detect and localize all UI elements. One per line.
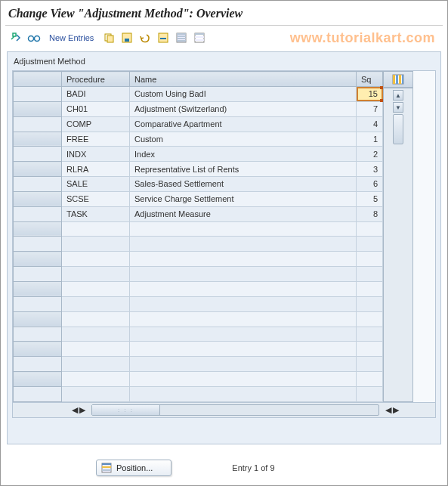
cell-empty[interactable]: [130, 252, 357, 267]
scroll-right-icon[interactable]: ◀: [385, 405, 391, 415]
cell-empty[interactable]: [62, 252, 130, 267]
scroll-down-icon[interactable]: ▼: [393, 102, 403, 113]
table-row-empty[interactable]: [14, 237, 383, 252]
row-selector[interactable]: [14, 237, 62, 252]
cell-empty[interactable]: [130, 357, 357, 372]
hscroll-thumb[interactable]: : : :: [92, 405, 160, 415]
cell-empty[interactable]: [62, 327, 130, 342]
cell-sq[interactable]: 6: [357, 177, 383, 192]
cell-procedure[interactable]: TASK: [62, 206, 130, 221]
cell-empty[interactable]: [62, 372, 130, 387]
glasses-details-icon[interactable]: [26, 30, 42, 45]
cell-name[interactable]: Sales-Based Settlement: [130, 177, 357, 192]
column-header-name[interactable]: Name: [130, 72, 357, 87]
cell-empty[interactable]: [130, 372, 357, 387]
cell-sq[interactable]: 3: [357, 162, 383, 177]
cell-empty[interactable]: [130, 342, 357, 357]
cell-empty[interactable]: [357, 327, 383, 342]
table-row-empty[interactable]: [14, 296, 383, 311]
row-selector[interactable]: [14, 252, 62, 267]
scroll-last-icon[interactable]: ▶: [393, 405, 399, 415]
cell-procedure[interactable]: SALE: [62, 177, 130, 192]
cell-empty[interactable]: [62, 311, 130, 327]
cell-name[interactable]: Adjustment Measure: [130, 206, 357, 221]
cell-empty[interactable]: [130, 281, 357, 296]
cell-empty[interactable]: [62, 357, 130, 372]
table-row-empty[interactable]: [14, 357, 383, 372]
cell-empty[interactable]: [357, 311, 383, 327]
cell-empty[interactable]: [130, 327, 357, 342]
cell-empty[interactable]: [62, 386, 130, 401]
cell-name[interactable]: Adjustment (Switzerland): [130, 101, 357, 116]
cell-sq[interactable]: 7: [357, 101, 383, 116]
table-row-empty[interactable]: [14, 252, 383, 267]
position-button[interactable]: Position...: [96, 460, 171, 476]
row-selector[interactable]: [14, 206, 62, 221]
adjustment-method-table[interactable]: Procedure Name Sq BADICustom Using BadI1…: [13, 71, 383, 402]
row-selector[interactable]: [14, 177, 62, 192]
row-selector[interactable]: [14, 386, 62, 401]
cell-empty[interactable]: [62, 281, 130, 296]
row-selector[interactable]: [14, 267, 62, 282]
cell-name[interactable]: Custom: [130, 132, 357, 147]
cell-procedure[interactable]: FREE: [62, 132, 130, 147]
table-row-empty[interactable]: [14, 267, 383, 282]
delete-icon[interactable]: [156, 30, 171, 45]
table-row-empty[interactable]: [14, 311, 383, 327]
deselect-all-icon[interactable]: [192, 30, 207, 45]
table-row-empty[interactable]: [14, 386, 383, 401]
table-row[interactable]: SCSEService Charge Settlement5: [14, 191, 383, 206]
table-row[interactable]: FREECustom1: [14, 132, 383, 147]
row-selector[interactable]: [14, 191, 62, 206]
row-selector[interactable]: [14, 221, 62, 237]
cell-empty[interactable]: [357, 221, 383, 237]
table-row[interactable]: INDXIndex2: [14, 147, 383, 162]
cell-empty[interactable]: [62, 237, 130, 252]
horizontal-scrollbar[interactable]: ◀ ▶ : : : ◀ ▶: [13, 402, 435, 417]
cell-name[interactable]: Index: [130, 147, 357, 162]
table-row-empty[interactable]: [14, 327, 383, 342]
cell-empty[interactable]: [130, 267, 357, 282]
cell-empty[interactable]: [357, 252, 383, 267]
table-row[interactable]: TASKAdjustment Measure8: [14, 206, 383, 221]
column-header-sq[interactable]: Sq: [357, 72, 383, 87]
cell-sq[interactable]: 4: [357, 116, 383, 132]
table-row[interactable]: COMPComparative Apartment4: [14, 116, 383, 132]
cell-procedure[interactable]: SCSE: [62, 191, 130, 206]
row-selector[interactable]: [14, 311, 62, 327]
save-variant-icon[interactable]: [119, 30, 134, 45]
cell-empty[interactable]: [62, 342, 130, 357]
row-selector[interactable]: [14, 132, 62, 147]
row-selector[interactable]: [14, 101, 62, 116]
table-row[interactable]: RLRARepresentative List of Rents3: [14, 162, 383, 177]
scroll-first-icon[interactable]: ◀: [72, 405, 78, 415]
cell-empty[interactable]: [357, 281, 383, 296]
row-selector[interactable]: [14, 372, 62, 387]
cell-sq[interactable]: 15: [357, 87, 383, 102]
table-row[interactable]: CH01Adjustment (Switzerland)7: [14, 101, 383, 116]
cell-empty[interactable]: [130, 296, 357, 311]
cell-empty[interactable]: [130, 221, 357, 237]
scroll-thumb[interactable]: [393, 114, 403, 144]
cell-empty[interactable]: [357, 267, 383, 282]
cell-empty[interactable]: [62, 296, 130, 311]
row-selector[interactable]: [14, 147, 62, 162]
cell-procedure[interactable]: RLRA: [62, 162, 130, 177]
cell-procedure[interactable]: COMP: [62, 116, 130, 132]
cell-name[interactable]: Custom Using BadI: [130, 87, 357, 102]
table-row-empty[interactable]: [14, 221, 383, 237]
row-selector[interactable]: [14, 162, 62, 177]
cell-empty[interactable]: [357, 357, 383, 372]
select-all-icon[interactable]: [174, 30, 189, 45]
scroll-left-icon[interactable]: ▶: [79, 405, 85, 415]
column-header-procedure[interactable]: Procedure: [62, 72, 130, 87]
cell-sq[interactable]: 1: [357, 132, 383, 147]
configure-columns-icon[interactable]: [383, 71, 413, 88]
row-selector[interactable]: [14, 116, 62, 132]
table-row-empty[interactable]: [14, 372, 383, 387]
cell-empty[interactable]: [357, 386, 383, 401]
cell-empty[interactable]: [357, 237, 383, 252]
cell-procedure[interactable]: CH01: [62, 101, 130, 116]
row-selector[interactable]: [14, 296, 62, 311]
cell-name[interactable]: Comparative Apartment: [130, 116, 357, 132]
